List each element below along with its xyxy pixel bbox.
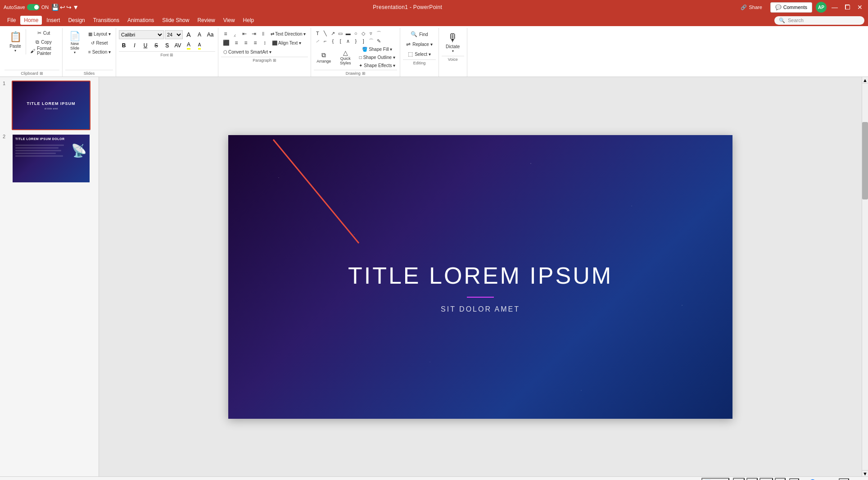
undo-btn[interactable]: ↩ <box>60 4 65 11</box>
numbering-button[interactable]: ⁁ <box>231 30 240 38</box>
search-bar[interactable]: 🔍 Search <box>774 16 864 25</box>
arrange-button[interactable]: ⧉ Arrange <box>314 48 334 66</box>
arrow-tool[interactable]: ↗ <box>329 30 336 37</box>
menu-slideshow[interactable]: Slide Show <box>158 16 193 25</box>
brace-tool[interactable]: { <box>329 37 336 45</box>
right-scrollbar[interactable]: ▲ ▼ <box>862 77 868 476</box>
italic-button[interactable]: I <box>130 41 140 50</box>
close-button[interactable]: ✕ <box>855 3 864 12</box>
menu-animations[interactable]: Animations <box>124 16 158 25</box>
shape-tool-6[interactable]: } <box>352 37 359 45</box>
decrease-font-button[interactable]: A <box>194 30 204 40</box>
user-avatar[interactable]: AP <box>816 2 827 13</box>
bend-tool[interactable]: ⌐ <box>321 37 329 45</box>
underline-button[interactable]: U <box>140 41 150 50</box>
strikethrough-button[interactable]: S <box>151 41 161 50</box>
clipboard-expand[interactable]: ⊞ <box>40 71 43 76</box>
copy-button[interactable]: ⧉ Copy <box>28 38 59 46</box>
redo-btn[interactable]: ↪ <box>66 4 72 11</box>
slide-main-title[interactable]: TITLE LOREM IPSUM <box>348 262 613 289</box>
scroll-down-button[interactable]: ▼ <box>862 470 868 476</box>
menu-home[interactable]: Home <box>20 16 42 25</box>
shape-effects-button[interactable]: ✦ Shape Effects ▾ <box>357 62 397 69</box>
menu-view[interactable]: View <box>220 16 239 25</box>
select-button[interactable]: ⬚ Select ▾ <box>403 50 435 59</box>
slide-preview-1[interactable]: TITLE LOREM IPSUM sit dolor amet <box>12 81 90 130</box>
normal-view-button[interactable]: ▭ <box>733 478 745 480</box>
menu-design[interactable]: Design <box>64 16 88 25</box>
font-highlight-btn[interactable]: A <box>194 41 204 50</box>
clear-format-button[interactable]: Aa <box>205 30 215 40</box>
shape-tool-7[interactable]: ] <box>360 37 367 45</box>
presentation-view-button[interactable]: ▶ <box>775 478 786 480</box>
shape-tool-9[interactable]: ✎ <box>375 37 382 45</box>
justify-button[interactable]: ≡ <box>251 39 260 47</box>
slide-sorter-button[interactable]: ⊞ <box>746 478 758 480</box>
shadow-button[interactable]: S <box>162 41 172 50</box>
line-tool[interactable]: ╲ <box>321 30 329 37</box>
dictate-button[interactable]: 🎙 Dictate ▾ <box>442 30 464 55</box>
slide-thumb-1[interactable]: 1 TITLE LOREM IPSUM sit dolor amet <box>3 81 96 130</box>
curve-tool[interactable]: ⌒ <box>375 30 382 37</box>
increase-indent-button[interactable]: ⇥ <box>249 30 258 38</box>
font-size-select[interactable]: 24 <box>165 30 183 39</box>
align-right-button[interactable]: ≡ <box>241 39 250 47</box>
line-spacing-button[interactable]: ↕ <box>260 39 269 47</box>
slide-main-subtitle[interactable]: SIT DOLOR AMET <box>441 305 520 313</box>
new-slide-button[interactable]: 📄 New Slide ▾ <box>65 30 84 55</box>
font-family-select[interactable]: Calibri <box>119 30 164 39</box>
menu-transitions[interactable]: Transitions <box>90 16 123 25</box>
menu-file[interactable]: File <box>4 16 19 25</box>
replace-button[interactable]: ⇌ Replace ▾ <box>403 40 435 49</box>
find-button[interactable]: 🔍 Find <box>403 30 435 39</box>
notes-button[interactable]: 📝 Notes <box>701 478 729 480</box>
shape-tool-5[interactable]: ∧ <box>344 37 352 45</box>
drawing-expand[interactable]: ⊞ <box>362 71 366 76</box>
slide-canvas[interactable]: TITLE LOREM IPSUM SIT DOLOR AMET <box>228 135 732 419</box>
section-button[interactable]: ≡ Section ▾ <box>86 48 113 56</box>
align-text-button[interactable]: ⬛ Align Text ▾ <box>270 39 303 47</box>
connector-tool[interactable]: ⟋ <box>314 37 321 45</box>
align-left-button[interactable]: ⬛ <box>221 39 231 47</box>
text-tool[interactable]: T <box>314 30 321 37</box>
text-direction-button[interactable]: ⇄ Text Direction ▾ <box>268 30 308 38</box>
minimize-button[interactable]: — <box>830 3 839 12</box>
save-icon[interactable]: 💾 <box>51 4 59 11</box>
reset-button[interactable]: ↺ Reset <box>86 39 113 47</box>
bracket-tool[interactable]: [ <box>337 37 344 45</box>
more-btn[interactable]: ▼ <box>72 4 79 11</box>
decrease-indent-button[interactable]: ⇤ <box>240 30 249 38</box>
shape-fill-button[interactable]: 🪣 Shape Fill ▾ <box>357 45 397 53</box>
zoom-in-button[interactable]: + <box>839 478 849 480</box>
more-shapes-tool[interactable]: ▿ <box>367 30 375 37</box>
menu-help[interactable]: Help <box>240 16 258 25</box>
layout-button[interactable]: ▦ Layout ▾ <box>86 30 113 38</box>
canvas-area[interactable]: TITLE LOREM IPSUM SIT DOLOR AMET <box>99 77 862 476</box>
bullets-button[interactable]: ≡ <box>221 30 230 38</box>
comments-button[interactable]: 💬 Comments <box>770 2 812 13</box>
autosave-toggle-pill[interactable] <box>27 4 40 10</box>
align-center-button[interactable]: ≡ <box>232 39 241 47</box>
share-button[interactable]: 🔗 Share <box>736 3 766 12</box>
rect-tool[interactable]: ▭ <box>337 30 344 37</box>
convert-smartart-button[interactable]: ⬡ Convert to SmartArt ▾ <box>221 48 274 56</box>
scroll-thumb[interactable] <box>862 122 868 199</box>
shape-outline-button[interactable]: □ Shape Outline ▾ <box>357 54 397 61</box>
paste-button[interactable]: 📋 Paste ▾ <box>5 29 26 55</box>
rounded-rect-tool[interactable]: ▬ <box>344 30 352 37</box>
diamond-tool[interactable]: ◇ <box>360 30 367 37</box>
font-expand[interactable]: ⊞ <box>170 53 173 57</box>
font-color-btn[interactable]: A <box>184 41 194 50</box>
columns-button[interactable]: ⫴ <box>259 30 268 38</box>
char-spacing-button[interactable]: AV <box>173 41 183 50</box>
format-painter-button[interactable]: 🖌 Format Painter <box>28 47 59 55</box>
scroll-up-button[interactable]: ▲ <box>862 77 868 83</box>
zoom-out-button[interactable]: − <box>789 478 799 480</box>
menu-insert[interactable]: Insert <box>43 16 63 25</box>
slide-thumb-2[interactable]: 2 TITLE LOREM IPSUM DOLOR 📡 <box>3 134 96 183</box>
autosave-toggle[interactable]: AutoSave ON <box>4 4 49 10</box>
restore-button[interactable]: ⧠ <box>843 3 852 12</box>
menu-review[interactable]: Review <box>194 16 218 25</box>
paragraph-expand[interactable]: ⊞ <box>273 58 276 63</box>
increase-font-button[interactable]: A <box>184 30 194 40</box>
